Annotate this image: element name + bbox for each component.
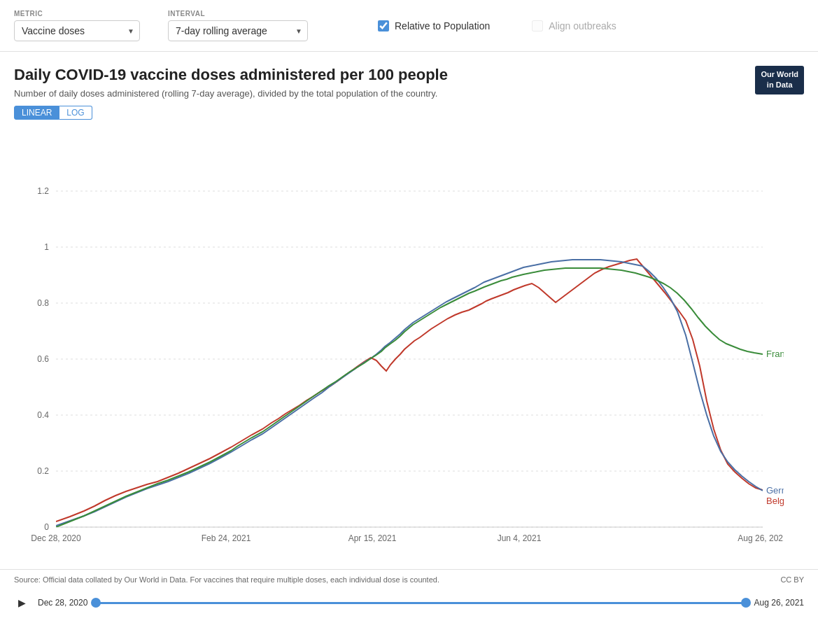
playback-bar: ▶ Dec 28, 2020 Aug 26, 2021 [0, 589, 818, 616]
germany-line [56, 260, 763, 526]
chart-container: Our World in Data Daily COVID-19 vaccine… [0, 52, 818, 569]
linear-scale-button[interactable]: LINEAR [14, 106, 59, 120]
metric-select[interactable]: Vaccine doses People vaccinated People f… [14, 20, 140, 41]
svg-text:Dec 28, 2020: Dec 28, 2020 [31, 533, 81, 543]
svg-text:0.6: 0.6 [37, 354, 49, 364]
license-text: CC BY [780, 575, 804, 584]
svg-text:0.2: 0.2 [37, 466, 49, 476]
metric-control: METRIC Vaccine doses People vaccinated P… [14, 10, 140, 41]
timeline-handle-right[interactable] [741, 598, 751, 608]
owid-logo: Our World in Data [755, 66, 804, 94]
svg-text:0: 0 [44, 522, 49, 532]
interval-control: INTERVAL 7-day rolling average Daily Wee… [168, 10, 308, 41]
timeline-handle-left[interactable] [91, 598, 101, 608]
france-label: France [766, 349, 784, 359]
main-chart-svg: 0 0.2 0.4 0.6 0.8 1 1.2 Dec 28, 2020 Feb… [14, 128, 784, 562]
interval-select-wrapper: 7-day rolling average Daily Weekly ▼ [168, 20, 308, 41]
germany-label: Germany [766, 485, 784, 496]
chart-footer: Source: Official data collated by Our Wo… [0, 569, 818, 589]
align-outbreaks-group: Align outbreaks [532, 20, 616, 31]
metric-label: METRIC [14, 10, 140, 18]
controls-bar: METRIC Vaccine doses People vaccinated P… [0, 0, 818, 52]
align-outbreaks-checkbox[interactable] [532, 20, 543, 31]
svg-text:Feb 24, 2021: Feb 24, 2021 [202, 533, 251, 543]
source-text: Source: Official data collated by Our Wo… [14, 575, 439, 584]
timeline-slider[interactable] [96, 596, 745, 610]
relative-to-population-checkbox[interactable] [378, 20, 389, 31]
play-start-date: Dec 28, 2020 [38, 598, 87, 608]
svg-text:Aug 26, 2021: Aug 26, 2021 [738, 533, 784, 543]
scale-buttons: LINEAR LOG [14, 106, 804, 120]
france-line [56, 268, 763, 527]
play-button[interactable]: ▶ [14, 595, 29, 610]
svg-rect-0 [56, 135, 763, 527]
timeline-track [96, 602, 745, 604]
svg-text:0.4: 0.4 [37, 410, 49, 420]
interval-select[interactable]: 7-day rolling average Daily Weekly [168, 20, 308, 41]
relative-to-population-label[interactable]: Relative to Population [395, 20, 490, 31]
chart-subtitle: Number of daily doses administered (roll… [14, 88, 804, 99]
svg-text:1: 1 [44, 242, 49, 252]
svg-text:1.2: 1.2 [37, 186, 49, 196]
log-scale-button[interactable]: LOG [59, 106, 92, 120]
interval-label: INTERVAL [168, 10, 308, 18]
belgium-label: Belgium [766, 496, 784, 506]
align-outbreaks-label: Align outbreaks [549, 20, 616, 31]
relative-to-population-group: Relative to Population [378, 20, 490, 31]
svg-text:Jun 4, 2021: Jun 4, 2021 [498, 533, 542, 543]
chart-svg-wrapper: 0 0.2 0.4 0.6 0.8 1 1.2 Dec 28, 2020 Feb… [14, 128, 804, 562]
chart-title: Daily COVID-19 vaccine doses administere… [14, 66, 804, 84]
play-end-date: Aug 26, 2021 [754, 598, 804, 608]
svg-text:Apr 15, 2021: Apr 15, 2021 [348, 533, 397, 543]
svg-text:0.8: 0.8 [37, 298, 49, 308]
metric-select-wrapper: Vaccine doses People vaccinated People f… [14, 20, 140, 41]
